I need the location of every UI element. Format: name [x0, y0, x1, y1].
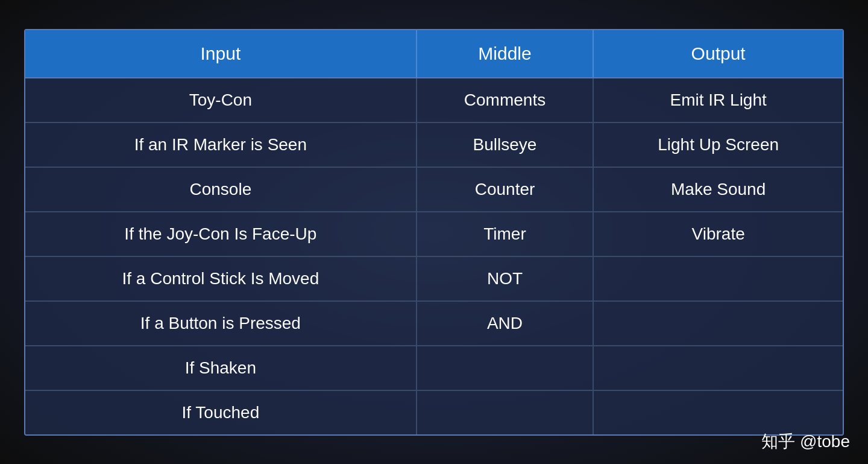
table-cell-input-1: If an IR Marker is Seen: [25, 122, 417, 167]
table-cell-middle-0: Comments: [417, 78, 594, 122]
main-table-wrapper: Input Middle Output Toy-ConCommentsEmit …: [24, 29, 844, 436]
table-row: If Shaken: [25, 346, 843, 390]
table-cell-input-3: If the Joy-Con Is Face-Up: [25, 212, 417, 256]
table-cell-input-2: Console: [25, 167, 417, 212]
table-cell-input-6: If Shaken: [25, 346, 417, 390]
table-cell-middle-1: Bullseye: [417, 122, 594, 167]
table-cell-output-0: Emit IR Light: [593, 78, 843, 122]
table-row: If an IR Marker is SeenBullseyeLight Up …: [25, 122, 843, 167]
input-column-header: Input: [25, 30, 417, 78]
table-cell-input-4: If a Control Stick Is Moved: [25, 256, 417, 301]
table-cell-output-4: [593, 256, 843, 301]
table-cell-middle-3: Timer: [417, 212, 594, 256]
table-row: If a Button is PressedAND: [25, 301, 843, 346]
table-cell-output-1: Light Up Screen: [593, 122, 843, 167]
table-cell-input-0: Toy-Con: [25, 78, 417, 122]
table-cell-middle-7: [417, 390, 594, 434]
table-cell-middle-2: Counter: [417, 167, 594, 212]
table-header-row: Input Middle Output: [25, 30, 843, 78]
table-row: ConsoleCounterMake Sound: [25, 167, 843, 212]
table-cell-output-3: Vibrate: [593, 212, 843, 256]
middle-column-header: Middle: [417, 30, 594, 78]
table-cell-middle-4: NOT: [417, 256, 594, 301]
table-row: If Touched: [25, 390, 843, 434]
table-cell-middle-5: AND: [417, 301, 594, 346]
table-cell-output-7: [593, 390, 843, 434]
table-row: If a Control Stick Is MovedNOT: [25, 256, 843, 301]
table-cell-output-5: [593, 301, 843, 346]
table-cell-input-5: If a Button is Pressed: [25, 301, 417, 346]
info-table: Input Middle Output Toy-ConCommentsEmit …: [25, 30, 843, 434]
output-column-header: Output: [593, 30, 843, 78]
table-cell-input-7: If Touched: [25, 390, 417, 434]
table-cell-middle-6: [417, 346, 594, 390]
table-cell-output-2: Make Sound: [593, 167, 843, 212]
table-row: If the Joy-Con Is Face-UpTimerVibrate: [25, 212, 843, 256]
table-cell-output-6: [593, 346, 843, 390]
watermark-label: 知乎 @tobe: [761, 430, 850, 453]
table-row: Toy-ConCommentsEmit IR Light: [25, 78, 843, 122]
